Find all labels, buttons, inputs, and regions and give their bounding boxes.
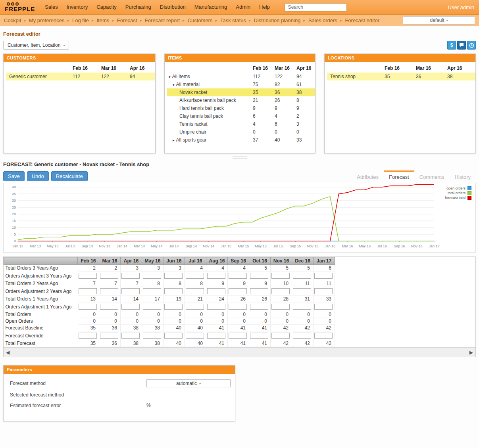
nav-item-sales[interactable]: Sales (40, 0, 62, 14)
grid-cell-input[interactable] (293, 288, 311, 294)
nav-item-inventory[interactable]: Inventory (62, 0, 92, 14)
panel-row-all-material[interactable]: ▾All material758261 (167, 80, 315, 88)
grid-cell-input[interactable] (271, 333, 290, 339)
nav-item-help[interactable]: Help (255, 0, 274, 14)
locations-panel-header[interactable]: LOCATIONS (325, 54, 475, 62)
grid-cell-input[interactable] (229, 304, 247, 310)
grid-cell-input[interactable] (164, 273, 183, 279)
grid-cell-input[interactable] (121, 333, 140, 339)
grid-cell-input[interactable] (164, 333, 183, 339)
grid-cell-input[interactable] (100, 333, 118, 339)
nav-item-manufacturing[interactable]: Manufacturing (190, 0, 231, 14)
breadcrumb-item-log-file[interactable]: Log file (72, 17, 89, 23)
grid-cell-input[interactable] (186, 273, 204, 279)
forecast-method-select[interactable]: automatic ▾ (146, 379, 231, 387)
grid-cell-input[interactable] (207, 304, 225, 310)
grid-cell-input[interactable] (79, 304, 97, 310)
grid-cell-input[interactable] (293, 333, 311, 339)
grid-cell-input[interactable] (121, 273, 140, 279)
items-panel-header[interactable]: ITEMS (165, 54, 315, 62)
panel-row-all-sports-gear[interactable]: ▸All sports gear374033 (167, 136, 315, 144)
grid-cell-input[interactable] (79, 273, 97, 279)
grid-cell-input[interactable] (314, 288, 333, 294)
grid-cell-input[interactable] (271, 273, 290, 279)
grid-cell-input[interactable] (293, 304, 311, 310)
nav-item-capacity[interactable]: Capacity (92, 0, 121, 14)
scroll-left-icon[interactable]: ◀ (6, 350, 10, 355)
breadcrumb-item-sales-orders[interactable]: Sales orders (308, 17, 337, 23)
panel-row-tennis-shop[interactable]: Tennis shop353638 (327, 73, 476, 80)
grid-cell-input[interactable] (143, 273, 161, 279)
nav-item-purchasing[interactable]: Purchasing (121, 0, 156, 14)
breadcrumb-item-forecast-report[interactable]: Forecast report (145, 17, 180, 23)
breadcrumb-item-items[interactable]: Items (96, 17, 109, 23)
grid-cell-input[interactable] (250, 304, 268, 310)
history-button[interactable] (467, 41, 476, 50)
grid-cell-input[interactable] (143, 333, 161, 339)
grid-cell-input[interactable] (164, 304, 183, 310)
grid-cell-input[interactable] (314, 273, 333, 279)
grid-cell-input[interactable] (250, 288, 268, 294)
panel-resize-handle[interactable] (233, 157, 247, 159)
scenario-selector[interactable]: default ▾ (403, 16, 475, 25)
grid-cell-input[interactable] (271, 304, 290, 310)
undo-button[interactable]: Undo (27, 171, 49, 181)
breadcrumb-item-distribution-planning[interactable]: Distribution planning (254, 17, 301, 23)
panel-row-hard-tennis-ball-pack[interactable]: Hard tennis ball pack999 (167, 104, 315, 112)
dimension-selector[interactable]: Customer, Item, Location ▾ (3, 41, 69, 50)
recalculate-button[interactable]: Recalculate (51, 171, 88, 181)
grid-cell-input[interactable] (250, 273, 268, 279)
customers-panel-header[interactable]: CUSTOMERS (4, 54, 155, 62)
grid-cell-input[interactable] (143, 304, 161, 310)
grid-cell-input[interactable] (79, 333, 97, 339)
grid-cell-input[interactable] (100, 304, 118, 310)
panel-row-tennis-racket[interactable]: Tennis racket463 (167, 120, 315, 128)
panel-row-all-surface-tennis-ball-pack[interactable]: All-surface tennis ball pack21268 (167, 96, 315, 104)
grid-cell-input[interactable] (229, 288, 247, 294)
grid-cell-input[interactable] (143, 288, 161, 294)
grid-cell-input[interactable] (314, 333, 333, 339)
tab-history[interactable]: History (450, 170, 476, 183)
grid-cell-input[interactable] (250, 333, 268, 339)
breadcrumb-item-my-preferences[interactable]: My preferences (29, 17, 65, 23)
grid-horizontal-scrollbar[interactable]: ◀ ▶ (4, 347, 475, 357)
breadcrumb-item-forecast-editor[interactable]: Forecast editor (345, 17, 379, 23)
grid-cell-input[interactable] (100, 273, 118, 279)
grid-cell-input[interactable] (186, 333, 204, 339)
breadcrumb-item-customers[interactable]: Customers (188, 17, 213, 23)
grid-cell-input[interactable] (100, 288, 118, 294)
grid-cell-input[interactable] (207, 288, 225, 294)
grid-cell-input[interactable] (229, 273, 247, 279)
grid-cell-input[interactable] (229, 333, 247, 339)
tab-attributes[interactable]: Attributes (352, 170, 384, 183)
grid-cell-input[interactable] (164, 288, 183, 294)
panel-row-clay-tennis-ball-pack[interactable]: Clay tennis ball pack642 (167, 112, 315, 120)
caret-right-icon[interactable]: ▸ (173, 138, 175, 142)
grid-cell-input[interactable] (293, 273, 311, 279)
grid-cell-input[interactable] (79, 288, 97, 294)
breadcrumb-item-task-status[interactable]: Task status (220, 17, 246, 23)
panel-row-umpire-chair[interactable]: Umpire chair000 (167, 128, 315, 136)
panel-row-novak-racket[interactable]: Novak racket353638 (167, 88, 315, 96)
grid-cell-input[interactable] (121, 288, 140, 294)
tab-comments[interactable]: Comments (414, 170, 450, 183)
panel-row-all-items[interactable]: ▾All items11212294 (167, 73, 315, 80)
grid-cell-input[interactable] (314, 304, 333, 310)
grid-cell-input[interactable] (207, 333, 225, 339)
caret-down-icon[interactable]: ▾ (169, 75, 171, 79)
user-menu[interactable]: User admin (448, 4, 474, 10)
nav-item-admin[interactable]: Admin (231, 0, 255, 14)
frepple-logo[interactable]: FREPPLE (5, 2, 35, 12)
breadcrumb-item-cockpit[interactable]: Cockpit (4, 17, 21, 23)
caret-down-icon[interactable]: ▾ (173, 83, 175, 87)
nav-item-distribution[interactable]: Distribution (156, 0, 190, 14)
save-button[interactable]: Save (3, 171, 25, 181)
breadcrumb-item-forecast[interactable]: Forecast (117, 17, 137, 23)
grid-cell-input[interactable] (186, 288, 204, 294)
tab-forecast[interactable]: Forecast (384, 170, 414, 183)
currency-toggle-button[interactable]: $ (447, 41, 456, 50)
grid-cell-input[interactable] (207, 273, 225, 279)
grid-cell-input[interactable] (186, 304, 204, 310)
comments-button[interactable] (457, 41, 466, 50)
panel-row-generic-customer[interactable]: Generic customer11212294 (6, 73, 156, 80)
